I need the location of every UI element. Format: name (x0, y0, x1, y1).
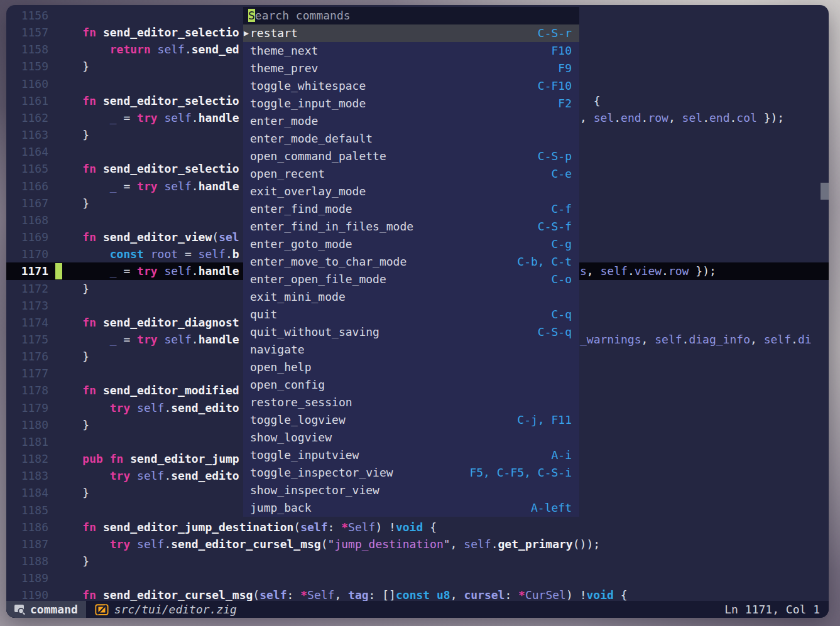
file-indicator: src/tui/editor.zig (95, 603, 237, 617)
keybinding-label: C-S-q (538, 323, 572, 341)
mode-label: command (30, 603, 78, 616)
command-label: toggle_whitespace (250, 77, 366, 95)
palette-item[interactable]: quit_without_savingC-S-q (243, 323, 579, 341)
code-line[interactable]: 1189 (6, 569, 829, 587)
line-number: 1187 (6, 536, 48, 553)
palette-item-list: ▶restartC-S-rtheme_nextF10theme_prevF9to… (243, 24, 579, 517)
line-number: 1180 (6, 416, 48, 434)
code-text: _ = try self.handle (55, 262, 239, 280)
palette-item[interactable]: enter_find_modeC-f (243, 200, 579, 218)
code-text: } (55, 484, 89, 502)
command-label: exit_overlay_mode (250, 183, 366, 200)
scrollbar-thumb[interactable] (821, 183, 829, 200)
palette-item[interactable]: enter_find_in_files_modeC-S-f (243, 218, 579, 235)
code-text: fn send_editor_view(sel (55, 229, 239, 246)
code-text: fn send_editor_diagnost (55, 314, 239, 332)
command-label: toggle_logview (250, 411, 346, 429)
command-label: enter_move_to_char_mode (250, 253, 406, 271)
line-number: 1183 (6, 467, 48, 485)
line-number: 1172 (6, 280, 48, 298)
palette-item[interactable]: toggle_logviewC-j, F11 (243, 411, 579, 429)
palette-item[interactable]: open_recentC-e (243, 165, 579, 183)
code-text: const root = self.b (55, 246, 239, 263)
palette-item[interactable]: enter_move_to_char_modeC-b, C-t (243, 253, 579, 271)
line-number: 1165 (6, 160, 48, 178)
keybinding-label: C-g (551, 235, 572, 253)
code-text: return self.send_ed (55, 41, 239, 58)
text-cursor: S (248, 9, 255, 22)
cursor-position: Ln 1171, Col 1 (724, 603, 829, 616)
code-text: fn send_editor_selectio (55, 160, 239, 178)
line-number: 1182 (6, 450, 48, 468)
status-bar: command src/tui/editor.zig Ln 1171, Col … (6, 601, 829, 618)
line-number: 1169 (6, 229, 48, 246)
palette-search-placeholder: earch commands (255, 9, 351, 22)
selected-item-marker: ▶ (244, 24, 249, 42)
command-label: enter_find_mode (250, 200, 352, 218)
keybinding-label: C-f (551, 200, 572, 218)
line-number: 1177 (6, 365, 48, 382)
palette-item[interactable]: enter_mode_default (243, 130, 579, 148)
palette-item[interactable]: exit_overlay_mode (243, 183, 579, 200)
palette-item[interactable]: quitC-q (243, 306, 579, 323)
line-number: 1162 (6, 109, 48, 127)
palette-item[interactable]: theme_prevF9 (243, 60, 579, 77)
mode-indicator[interactable]: command (6, 601, 86, 618)
palette-item[interactable]: enter_open_file_modeC-o (243, 271, 579, 288)
command-palette: Search commands ▶restartC-S-rtheme_nextF… (243, 7, 579, 517)
keybinding-label: F2 (558, 95, 572, 112)
palette-item[interactable]: toggle_inputviewA-i (243, 446, 579, 464)
palette-item[interactable]: enter_goto_modeC-g (243, 235, 579, 253)
line-number: 1171 (6, 262, 48, 280)
code-text: pub fn send_editor_jump (55, 450, 239, 468)
line-number: 1178 (6, 382, 48, 399)
line-number: 1167 (6, 195, 48, 212)
palette-search-input[interactable]: Search commands (243, 7, 579, 24)
code-text: fn send_editor_jump_destination(self: *S… (55, 519, 437, 536)
line-number: 1166 (6, 178, 48, 195)
code-line[interactable]: 1188 } (6, 553, 829, 570)
palette-item[interactable]: open_command_paletteC-S-p (243, 148, 579, 165)
command-label: enter_mode (250, 112, 318, 130)
command-label: navigate (250, 341, 305, 359)
palette-item[interactable]: jump_backA-left (243, 499, 579, 517)
palette-item[interactable]: theme_nextF10 (243, 42, 579, 60)
palette-item[interactable]: open_config (243, 376, 579, 394)
code-text: _ = try self.handle (55, 178, 239, 195)
command-label: quit_without_saving (250, 323, 379, 341)
palette-item[interactable]: exit_mini_mode (243, 288, 579, 306)
palette-item[interactable]: open_help (243, 359, 579, 376)
code-line[interactable]: 1187 try self.send_editor_cursel_msg("ju… (6, 536, 829, 553)
palette-item[interactable]: enter_mode (243, 112, 579, 130)
command-label: theme_next (250, 42, 318, 60)
command-label: enter_goto_mode (250, 235, 352, 253)
palette-item[interactable]: restore_session (243, 394, 579, 411)
code-line[interactable]: 1186 fn send_editor_jump_destination(sel… (6, 519, 829, 536)
line-number: 1188 (6, 553, 48, 570)
line-number: 1163 (6, 126, 48, 144)
palette-item[interactable]: navigate (243, 341, 579, 359)
line-number: 1176 (6, 348, 48, 365)
command-label: open_recent (250, 165, 325, 183)
palette-item[interactable]: show_logview (243, 429, 579, 446)
code-text: try self.send_edito (55, 467, 239, 485)
line-number: 1168 (6, 212, 48, 229)
code-text: _ = try self.handle (55, 109, 239, 127)
keybinding-label: C-S-f (538, 218, 572, 235)
command-label: show_inspector_view (250, 482, 379, 499)
palette-item[interactable]: toggle_input_modeF2 (243, 95, 579, 112)
code-text: fn send_editor_selectio (55, 92, 239, 110)
keybinding-label: F5, C-F5, C-S-i (469, 464, 572, 482)
palette-item[interactable]: show_inspector_view (243, 482, 579, 499)
keybinding-label: A-left (531, 499, 572, 517)
line-number: 1159 (6, 58, 48, 75)
command-label: restore_session (250, 394, 352, 411)
line-number: 1170 (6, 246, 48, 263)
palette-item[interactable]: toggle_whitespaceC-F10 (243, 77, 579, 95)
keybinding-label: C-b, C-t (517, 253, 572, 271)
palette-item[interactable]: toggle_inspector_viewF5, C-F5, C-S-i (243, 464, 579, 482)
keybinding-label: C-o (551, 271, 572, 288)
keybinding-label: C-S-p (538, 148, 572, 165)
line-number: 1175 (6, 331, 48, 348)
palette-item[interactable]: ▶restartC-S-r (243, 24, 579, 42)
